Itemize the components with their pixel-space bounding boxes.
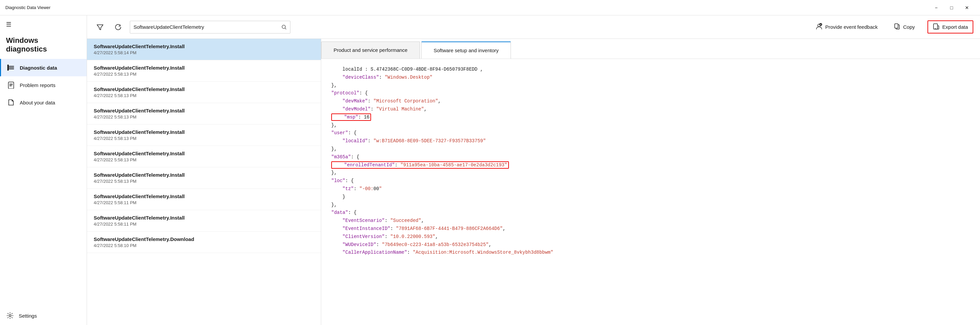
json-line: "localId": "w:B71EAD68-8E09-5DEE-7327-F9… bbox=[331, 137, 970, 145]
tab-product-service-label: Product and service performance bbox=[334, 47, 407, 53]
event-item-date: 4/27/2022 5:58:11 PM bbox=[94, 200, 314, 205]
event-item-date: 4/27/2022 5:58:13 PM bbox=[94, 115, 314, 119]
svg-point-8 bbox=[9, 315, 11, 317]
event-list-item[interactable]: SoftwareUpdateClientTelemetry.Install 4/… bbox=[87, 146, 321, 167]
sidebar-item-about-data[interactable]: About your data bbox=[0, 94, 87, 111]
json-line: "enrolledTenantId": "911a95ea-10ba-4585-… bbox=[331, 161, 970, 169]
maximize-button[interactable]: □ bbox=[944, 2, 959, 14]
json-line: }, bbox=[331, 82, 970, 90]
title-bar-controls: − □ ✕ bbox=[929, 2, 975, 14]
event-item-title: SoftwareUpdateClientTelemetry.Install bbox=[94, 129, 314, 135]
detail-content: localId : S.4742368C-C0D9-4BDE-8F94-D650… bbox=[321, 59, 980, 325]
event-list-item[interactable]: SoftwareUpdateClientTelemetry.Download 4… bbox=[87, 232, 321, 253]
event-item-date: 4/27/2022 5:58:14 PM bbox=[94, 50, 314, 55]
provide-feedback-icon bbox=[816, 23, 822, 31]
json-line: }, bbox=[331, 121, 970, 129]
toolbar-actions: Provide event feedback Copy bbox=[812, 21, 973, 33]
event-item-title: SoftwareUpdateClientTelemetry.Install bbox=[94, 108, 314, 113]
svg-rect-7 bbox=[10, 86, 12, 86]
json-line: "devMake": "Microsoft Corporation", bbox=[331, 97, 970, 105]
json-line: "protocol": { bbox=[331, 89, 970, 97]
event-item-title: SoftwareUpdateClientTelemetry.Download bbox=[94, 236, 314, 242]
event-item-title: SoftwareUpdateClientTelemetry.Install bbox=[94, 43, 314, 49]
app-title: Diagnostic Data Viewer bbox=[5, 5, 51, 10]
sidebar-item-label-diagnostic: Diagnostic data bbox=[20, 65, 57, 71]
event-list-item[interactable]: SoftwareUpdateClientTelemetry.Install 4/… bbox=[87, 210, 321, 232]
search-button[interactable] bbox=[282, 24, 287, 30]
event-item-date: 4/27/2022 5:58:13 PM bbox=[94, 157, 314, 162]
event-list-item[interactable]: SoftwareUpdateClientTelemetry.Install 4/… bbox=[87, 60, 321, 82]
sidebar-item-label-problems: Problem reports bbox=[20, 82, 56, 88]
json-line: "WUDeviceID": "7b649ec0-c223-41a8-a53b-6… bbox=[331, 241, 970, 249]
event-item-title: SoftwareUpdateClientTelemetry.Install bbox=[94, 215, 314, 221]
event-item-date: 4/27/2022 5:58:10 PM bbox=[94, 243, 314, 248]
svg-rect-2 bbox=[8, 69, 14, 69]
refresh-button[interactable] bbox=[112, 21, 124, 33]
event-item-date: 4/27/2022 5:58:13 PM bbox=[94, 136, 314, 141]
settings-icon bbox=[6, 312, 14, 320]
content-area: Provide event feedback Copy bbox=[87, 15, 980, 325]
tab-product-service[interactable]: Product and service performance bbox=[321, 41, 420, 59]
sidebar-nav: Diagnostic data Problem reports bbox=[0, 59, 87, 306]
event-item-title: SoftwareUpdateClientTelemetry.Install bbox=[94, 193, 314, 199]
minimize-button[interactable]: − bbox=[929, 2, 944, 14]
close-button[interactable]: ✕ bbox=[959, 2, 975, 14]
tab-software-setup-label: Software setup and inventory bbox=[434, 48, 498, 53]
provide-feedback-button[interactable]: Provide event feedback bbox=[812, 21, 881, 33]
json-line: localId : S.4742368C-C0D9-4BDE-8F94-D650… bbox=[331, 65, 970, 73]
copy-icon bbox=[894, 23, 900, 31]
event-item-date: 4/27/2022 5:58:13 PM bbox=[94, 179, 314, 184]
toolbar: Provide event feedback Copy bbox=[87, 15, 980, 39]
event-list-item[interactable]: SoftwareUpdateClientTelemetry.Install 4/… bbox=[87, 124, 321, 146]
json-line: "devModel": "Virtual Machine", bbox=[331, 105, 970, 113]
svg-rect-4 bbox=[8, 82, 14, 89]
svg-rect-3 bbox=[7, 65, 9, 71]
event-item-title: SoftwareUpdateClientTelemetry.Install bbox=[94, 172, 314, 178]
settings-label: Settings bbox=[19, 313, 37, 319]
svg-rect-1 bbox=[8, 67, 14, 68]
event-list: SoftwareUpdateClientTelemetry.Install 4/… bbox=[87, 39, 321, 325]
json-line: "EventInstanceID": "7891AF68-6B7F-4441-B… bbox=[331, 225, 970, 233]
json-line: }, bbox=[331, 145, 970, 153]
search-input[interactable] bbox=[134, 24, 282, 30]
event-list-item[interactable]: SoftwareUpdateClientTelemetry.Install 4/… bbox=[87, 103, 321, 124]
sidebar: ☰ Windows diagnostics Diagnostic data bbox=[0, 15, 87, 325]
copy-button[interactable]: Copy bbox=[890, 21, 918, 33]
json-line: "msp": 16 bbox=[331, 113, 970, 121]
json-line: } bbox=[331, 193, 970, 201]
event-item-title: SoftwareUpdateClientTelemetry.Install bbox=[94, 65, 314, 71]
sidebar-item-label-about: About your data bbox=[20, 100, 55, 105]
json-line: "data": { bbox=[331, 209, 970, 217]
event-item-date: 4/27/2022 5:58:11 PM bbox=[94, 221, 314, 226]
svg-rect-6 bbox=[10, 85, 13, 85]
about-data-icon bbox=[7, 99, 15, 107]
json-line: "m365a": { bbox=[331, 153, 970, 161]
tab-software-setup[interactable]: Software setup and inventory bbox=[421, 41, 511, 59]
detail-pane: Product and service performance Software… bbox=[321, 39, 980, 325]
filter-button[interactable] bbox=[94, 21, 107, 33]
sidebar-item-problem-reports[interactable]: Problem reports bbox=[0, 76, 87, 94]
json-line: }, bbox=[331, 201, 970, 209]
settings-button[interactable]: Settings bbox=[0, 306, 87, 325]
problem-reports-icon bbox=[7, 81, 15, 89]
sidebar-item-diagnostic-data[interactable]: Diagnostic data bbox=[0, 59, 87, 76]
event-list-item[interactable]: SoftwareUpdateClientTelemetry.Install 4/… bbox=[87, 189, 321, 210]
event-list-item[interactable]: SoftwareUpdateClientTelemetry.Install 4/… bbox=[87, 82, 321, 103]
svg-rect-0 bbox=[8, 66, 14, 67]
json-line: "user": { bbox=[331, 129, 970, 137]
two-pane: SoftwareUpdateClientTelemetry.Install 4/… bbox=[87, 39, 980, 325]
search-box bbox=[130, 21, 290, 33]
json-line: "tz": "-00:00" bbox=[331, 185, 970, 193]
event-list-item[interactable]: SoftwareUpdateClientTelemetry.Install 4/… bbox=[87, 167, 321, 189]
export-data-button[interactable]: Export data bbox=[928, 21, 973, 33]
json-line: "CallerApplicationName": "Acquisition:Mi… bbox=[331, 249, 970, 257]
export-data-icon bbox=[933, 23, 940, 31]
svg-rect-13 bbox=[895, 24, 898, 28]
event-item-title: SoftwareUpdateClientTelemetry.Install bbox=[94, 151, 314, 156]
detail-tabs: Product and service performance Software… bbox=[321, 39, 980, 59]
hamburger-menu-button[interactable]: ☰ bbox=[0, 15, 87, 33]
json-line: "EventScenario": "Succeeded", bbox=[331, 217, 970, 225]
event-list-item[interactable]: SoftwareUpdateClientTelemetry.Install 4/… bbox=[87, 39, 321, 60]
json-line: }, bbox=[331, 169, 970, 177]
event-item-date: 4/27/2022 5:58:13 PM bbox=[94, 93, 314, 98]
